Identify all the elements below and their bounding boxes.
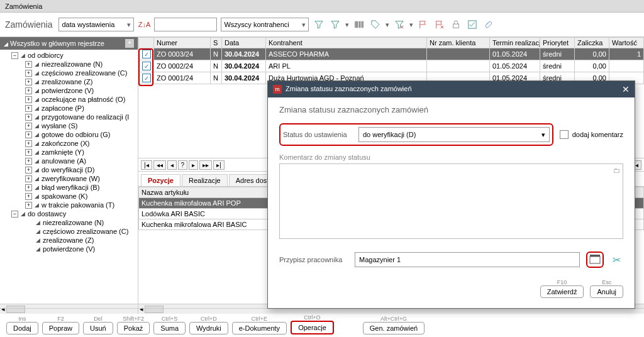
toolbar-button-pokaż[interactable]: Pokaż — [117, 322, 150, 334]
tree-item[interactable]: +◢zrealizowane (Z) — [0, 77, 138, 86]
tree-root-do-dostawcy[interactable]: −◢do dostawcy — [0, 209, 138, 218]
tree-header[interactable]: ◢ Wszystko w głównym rejestrze ▴ — [0, 37, 138, 50]
dialog-titlebar[interactable]: mZmiana statusu zaznaczonych zamówień ✕ — [268, 81, 635, 97]
kontrahenci-combo[interactable]: Wszyscy kontrahenci ▾ — [221, 18, 309, 31]
tree-item[interactable]: +◢częściowo zrealizowane (C) — [0, 69, 138, 77]
chevron-down-icon[interactable]: ▾ — [386, 21, 389, 29]
tree-item-label: spakowane (K) — [42, 192, 87, 200]
tree-item[interactable]: +◢zweryfikowane (W) — [0, 174, 138, 183]
tree-item[interactable]: ◢częściowo zrealizowane (C) — [0, 227, 138, 236]
tree-item[interactable]: +◢wysłane (S) — [0, 121, 138, 130]
ok-button[interactable]: Zatwierdź — [540, 285, 584, 298]
chevron-down-icon[interactable]: ▾ — [409, 21, 413, 29]
add-comment-checkbox[interactable]: dodaj komentarz — [560, 130, 623, 139]
row-checkbox[interactable]: ✓ — [142, 62, 151, 70]
toolbar-button-gen. zamówień[interactable]: Gen. zamówień — [363, 322, 425, 334]
nav-help-icon[interactable]: ? — [178, 160, 188, 170]
table-row[interactable]: ✓ZO 0002/24N30.04.2024ARI PL01.05.2024śr… — [139, 60, 644, 72]
attachment-icon[interactable] — [482, 18, 495, 31]
checkbox-icon[interactable] — [466, 18, 479, 31]
grid-column-header[interactable]: Priorytet — [540, 38, 575, 48]
sort-za-icon[interactable]: Z↓A — [138, 18, 150, 31]
tree-item[interactable]: +◢oczekujące na płatność (O) — [0, 95, 138, 104]
tree-item-label: gotowe do odbioru (G) — [42, 131, 110, 138]
svg-rect-0 — [453, 24, 459, 28]
flag-clear-icon[interactable] — [433, 18, 446, 31]
folder-icon[interactable]: 🗀 — [613, 167, 620, 174]
status-value: do weryfikacji (D) — [363, 131, 416, 138]
grid-column-header[interactable]: Kontrahent — [266, 38, 427, 48]
scroll-up-icon[interactable]: ▴ — [125, 39, 134, 48]
lock-icon[interactable] — [450, 18, 462, 31]
row-checkbox[interactable]: ✓ — [142, 74, 151, 82]
tree-item[interactable]: +◢do weryfikacji (D) — [0, 165, 138, 174]
grid-column-header[interactable]: Termin realizacji — [490, 38, 540, 48]
tree-item[interactable]: +◢niezrealizowane (N) — [0, 60, 138, 69]
filter-icon[interactable] — [329, 18, 341, 31]
tree-item[interactable]: ◢zrealizowane (Z) — [0, 236, 138, 245]
tree-item-label: zamknięte (Y) — [42, 148, 84, 156]
toolbar-button-wydruki[interactable]: Wydruki — [189, 322, 228, 334]
toolbar-button-group: Ctrl+SSuma — [153, 316, 186, 334]
tag-icon[interactable] — [369, 18, 382, 31]
toolbar-button-usuń[interactable]: Usuń — [83, 322, 113, 334]
button-hint: Ctrl+S — [162, 316, 177, 322]
tree-label: od odbiorcy — [28, 52, 64, 59]
tree-item[interactable]: +◢w trakcie pakowania (T) — [0, 201, 138, 209]
tab-pozycje[interactable]: Pozycje — [141, 174, 180, 186]
flag-icon[interactable] — [417, 18, 430, 31]
close-icon[interactable]: ✕ — [622, 84, 630, 94]
nav-prevpage-icon[interactable]: ◂◂ — [153, 160, 166, 170]
grid-column-header[interactable]: Numer — [154, 38, 211, 48]
grid-column-header[interactable]: Wartość — [609, 38, 644, 48]
status-change-dialog: mZmiana statusu zaznaczonych zamówień ✕ … — [267, 80, 635, 309]
status-combo[interactable]: do weryfikacji (D) ▾ — [358, 127, 550, 142]
assign-input[interactable]: Magazynier 1 — [355, 252, 580, 267]
button-hint: Ctrl+O — [304, 314, 320, 321]
date-combo[interactable]: data wystawienia ▾ — [58, 18, 134, 31]
orders-grid[interactable]: NumerSDataKontrahentNr zam. klientaTermi… — [138, 37, 644, 84]
search-input-1[interactable] — [154, 18, 217, 31]
tab-realizacje[interactable]: Realizacje — [182, 174, 228, 186]
tree-item-label: zapłacone (P) — [42, 104, 84, 112]
barcode-icon[interactable] — [353, 18, 365, 31]
tree-item[interactable]: +◢błąd weryfikacji (B) — [0, 183, 138, 192]
tree-item-label: potwierdzone (V) — [43, 245, 95, 253]
grid-column-header[interactable]: Nr zam. klienta — [427, 38, 490, 48]
chevron-down-icon[interactable]: ▾ — [345, 21, 349, 29]
tree-item[interactable]: +◢zapłacone (P) — [0, 104, 138, 113]
grid-column-header[interactable]: Data — [222, 38, 266, 48]
tree-item[interactable]: ◢niezrealizowane (N) — [0, 218, 138, 227]
filter-clear-icon[interactable] — [393, 18, 406, 31]
nav-nextpage-icon[interactable]: ▸▸ — [199, 160, 212, 170]
toolbar-button-dodaj[interactable]: Dodaj — [6, 322, 38, 334]
assign-lookup-button[interactable] — [586, 251, 604, 268]
filter-star-icon[interactable] — [313, 18, 325, 31]
cancel-button[interactable]: Anuluj — [590, 285, 623, 298]
nav-next-icon[interactable]: ▸ — [189, 160, 198, 170]
nav-first-icon[interactable]: |◂ — [141, 160, 152, 170]
grid-column-header[interactable] — [139, 38, 154, 48]
nav-last-icon[interactable]: ▸| — [213, 160, 225, 170]
row-checkbox[interactable]: ✓ — [142, 50, 151, 58]
tree-item[interactable]: +◢przygotowane do realizacji (I — [0, 113, 138, 121]
tree-item[interactable]: +◢potwierdzone (V) — [0, 86, 138, 95]
table-row[interactable]: ✓ZO 0003/24N30.04.2024ASSECO PHARMA01.05… — [139, 48, 644, 60]
toolbar-button-e-dokumenty[interactable]: e-Dokumenty — [232, 322, 287, 334]
scissors-icon[interactable]: ✂ — [610, 254, 623, 266]
tree-item-label: niezrealizowane (N) — [42, 60, 103, 68]
grid-column-header[interactable]: S — [211, 38, 222, 48]
comment-textarea[interactable]: 🗀 — [279, 163, 623, 239]
nav-prev-icon[interactable]: ◂ — [167, 160, 177, 170]
toolbar-button-popraw[interactable]: Popraw — [42, 322, 79, 334]
tree-item[interactable]: +◢zamknięte (Y) — [0, 148, 138, 157]
tree-root-od-odbiorcy[interactable]: −◢od odbiorcy — [0, 51, 138, 60]
tree-item[interactable]: +◢zakończone (X) — [0, 139, 138, 148]
toolbar-button-suma[interactable]: Suma — [153, 322, 186, 334]
grid-column-header[interactable]: Zaliczka — [575, 38, 609, 48]
toolbar-button-operacje[interactable]: Operacje — [291, 321, 334, 334]
tree-item[interactable]: ◢potwierdzone (V) — [0, 245, 138, 253]
tree-item[interactable]: +◢anulowane (A) — [0, 157, 138, 165]
tree-item[interactable]: +◢gotowe do odbioru (G) — [0, 130, 138, 139]
tree-item[interactable]: +◢spakowane (K) — [0, 192, 138, 201]
